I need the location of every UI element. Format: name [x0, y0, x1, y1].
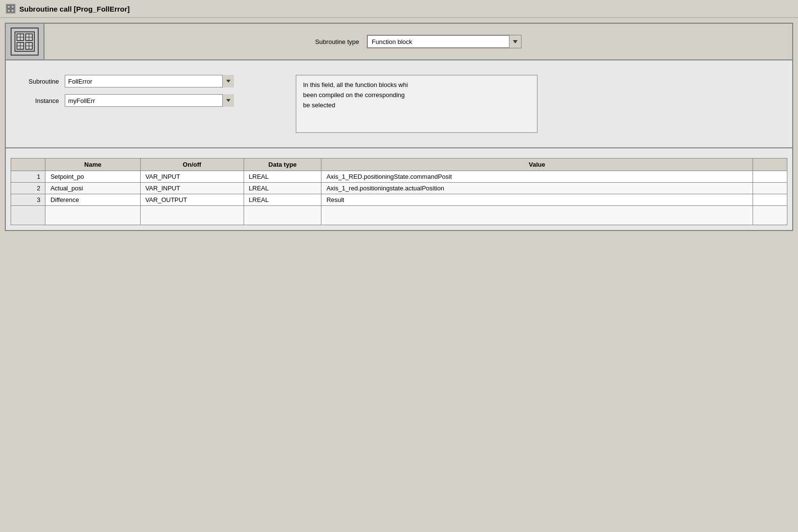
- middle-panel: Subroutine FollError Instance myFollErr: [5, 59, 793, 147]
- row-1-datatype: LREAL: [244, 171, 321, 183]
- svg-rect-5: [15, 32, 34, 51]
- row-1-onoff: VAR_INPUT: [140, 171, 244, 183]
- row-3-extra: [753, 194, 787, 206]
- row-2-datatype: LREAL: [244, 183, 321, 194]
- icon-area: [6, 24, 44, 59]
- instance-label: Instance: [15, 97, 59, 104]
- subroutine-label: Subroutine: [15, 78, 59, 85]
- row-3-value: Result: [321, 194, 753, 206]
- subroutine-select[interactable]: FollError: [65, 75, 234, 87]
- info-box: In this field, all the function blocks w…: [296, 75, 537, 133]
- row-3-num: 3: [11, 194, 45, 206]
- function-block-icon-box: [11, 28, 39, 56]
- row-1-num: 1: [11, 171, 45, 183]
- row-2-value: Axis_1_red.positioningstate.actualPositi…: [321, 183, 753, 194]
- row-3-name: Difference: [45, 194, 140, 206]
- table-row[interactable]: 2 Actual_posi VAR_INPUT LREAL Axis_1_red…: [11, 183, 787, 194]
- svg-rect-0: [6, 4, 15, 13]
- parameters-table: Name On/off Data type Value 1 Setpoint_p…: [11, 158, 787, 225]
- instance-select[interactable]: myFollErr: [65, 94, 234, 107]
- row-2-onoff: VAR_INPUT: [140, 183, 244, 194]
- bottom-panel: Name On/off Data type Value 1 Setpoint_p…: [5, 147, 793, 231]
- col-header-onoff: On/off: [140, 158, 244, 171]
- form-area: Subroutine FollError Instance myFollErr: [15, 75, 281, 107]
- subroutine-dropdown-wrapper: FollError: [65, 75, 234, 87]
- col-header-num: [11, 158, 45, 171]
- instance-row: Instance myFollErr: [15, 94, 234, 107]
- subroutine-row: Subroutine FollError: [15, 75, 234, 87]
- col-header-value: Value: [321, 158, 753, 171]
- subroutine-type-select[interactable]: Function block Subroutine Function: [367, 35, 522, 48]
- row-2-name: Actual_posi: [45, 183, 140, 194]
- table-row-empty: [11, 206, 787, 225]
- instance-dropdown-wrapper: myFollErr: [65, 94, 234, 107]
- table-row[interactable]: 1 Setpoint_po VAR_INPUT LREAL Axis_1_RED…: [11, 171, 787, 183]
- top-panel: Subroutine type Function block Subroutin…: [5, 23, 793, 59]
- col-header-extra: [753, 158, 787, 171]
- row-2-extra: [753, 183, 787, 194]
- row-1-value: Axis_1_RED.positioningState.commandPosit: [321, 171, 753, 183]
- col-header-datatype: Data type: [244, 158, 321, 171]
- row-1-extra: [753, 171, 787, 183]
- col-header-name: Name: [45, 158, 140, 171]
- table-row[interactable]: 3 Difference VAR_OUTPUT LREAL Result: [11, 194, 787, 206]
- row-1-name: Setpoint_po: [45, 171, 140, 183]
- main-container: Subroutine type Function block Subroutin…: [0, 18, 798, 236]
- row-2-num: 2: [11, 183, 45, 194]
- row-3-datatype: LREAL: [244, 194, 321, 206]
- row-3-onoff: VAR_OUTPUT: [140, 194, 244, 206]
- title-bar-icon: [6, 4, 15, 14]
- subroutine-type-label: Subroutine type: [315, 38, 359, 45]
- subroutine-type-dropdown-wrapper: Function block Subroutine Function: [367, 35, 522, 48]
- fb-icon-svg: [14, 31, 35, 52]
- title-bar: Subroutine call [Prog_FollError]: [0, 0, 798, 18]
- window-title: Subroutine call [Prog_FollError]: [19, 5, 130, 13]
- subroutine-type-area: Subroutine type Function block Subroutin…: [44, 24, 792, 59]
